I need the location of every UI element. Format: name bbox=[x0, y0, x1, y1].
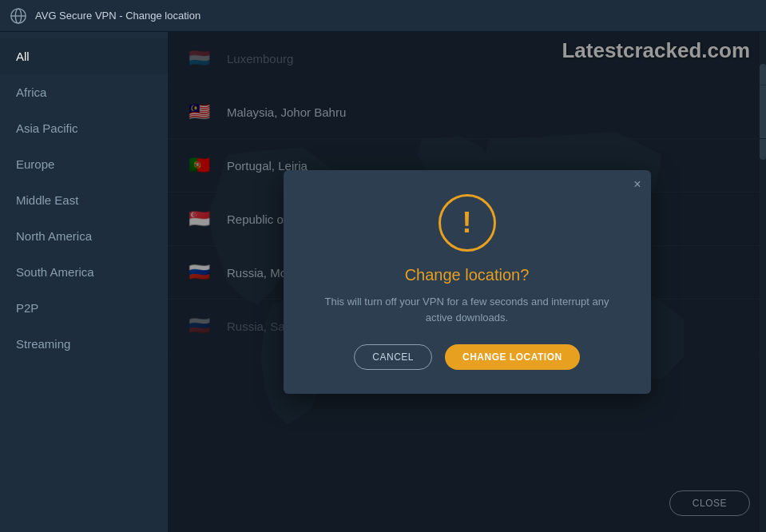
sidebar-item-p2p[interactable]: P2P bbox=[0, 290, 168, 326]
sidebar-item-asia-pacific[interactable]: Asia Pacific bbox=[0, 110, 168, 146]
globe-icon bbox=[10, 7, 27, 25]
content-area: Latestcracked.com 🇱🇺 Luxembourg 🇲🇾 Malay… bbox=[168, 32, 766, 532]
sidebar-item-africa[interactable]: Africa bbox=[0, 74, 168, 110]
sidebar-item-streaming[interactable]: Streaming bbox=[0, 326, 168, 362]
sidebar-item-middle-east[interactable]: Middle East bbox=[0, 182, 168, 218]
main-layout: All Africa Asia Pacific Europe Middle Ea… bbox=[0, 32, 766, 532]
cancel-button[interactable]: CANCEL bbox=[354, 344, 432, 370]
modal-close-button[interactable]: × bbox=[633, 178, 641, 191]
sidebar-item-all[interactable]: All bbox=[0, 38, 168, 74]
modal-title: Change location? bbox=[312, 266, 622, 284]
modal-overlay: × ! Change location? This will turn off … bbox=[168, 32, 766, 532]
change-location-button[interactable]: CHANGE LOCATION bbox=[445, 344, 580, 370]
sidebar: All Africa Asia Pacific Europe Middle Ea… bbox=[0, 32, 168, 532]
change-location-dialog: × ! Change location? This will turn off … bbox=[284, 170, 651, 394]
title-bar: AVG Secure VPN - Change location bbox=[0, 0, 766, 32]
exclamation-icon: ! bbox=[462, 208, 472, 237]
sidebar-item-south-america[interactable]: South America bbox=[0, 254, 168, 290]
warning-icon-circle: ! bbox=[439, 194, 496, 252]
sidebar-item-europe[interactable]: Europe bbox=[0, 146, 168, 182]
app-title: AVG Secure VPN - Change location bbox=[35, 10, 200, 22]
modal-buttons: CANCEL CHANGE LOCATION bbox=[312, 344, 622, 370]
sidebar-item-north-america[interactable]: North America bbox=[0, 218, 168, 254]
modal-description: This will turn off your VPN for a few se… bbox=[312, 294, 622, 325]
